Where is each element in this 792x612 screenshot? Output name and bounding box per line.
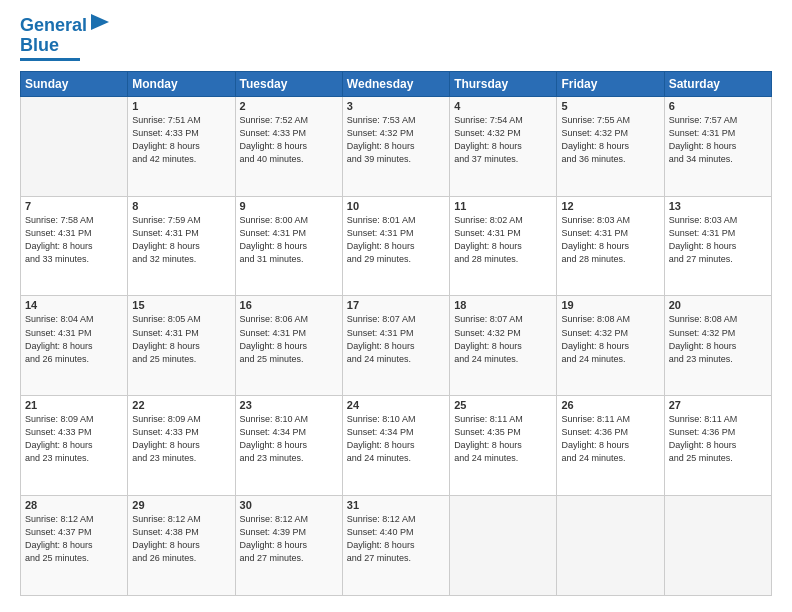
cell-info: Sunrise: 7:58 AMSunset: 4:31 PMDaylight:… — [25, 214, 123, 266]
day-number: 22 — [132, 399, 230, 411]
day-number: 23 — [240, 399, 338, 411]
calendar-cell: 3Sunrise: 7:53 AMSunset: 4:32 PMDaylight… — [342, 96, 449, 196]
cell-info: Sunrise: 8:09 AMSunset: 4:33 PMDaylight:… — [132, 413, 230, 465]
cell-info: Sunrise: 8:11 AMSunset: 4:36 PMDaylight:… — [561, 413, 659, 465]
day-number: 9 — [240, 200, 338, 212]
page: General Blue SundayMondayTuesdayWednesda… — [0, 0, 792, 612]
cell-info: Sunrise: 7:54 AMSunset: 4:32 PMDaylight:… — [454, 114, 552, 166]
day-number: 2 — [240, 100, 338, 112]
day-number: 3 — [347, 100, 445, 112]
day-number: 25 — [454, 399, 552, 411]
calendar-cell — [664, 496, 771, 596]
calendar-cell: 9Sunrise: 8:00 AMSunset: 4:31 PMDaylight… — [235, 196, 342, 296]
day-number: 24 — [347, 399, 445, 411]
calendar-cell: 20Sunrise: 8:08 AMSunset: 4:32 PMDayligh… — [664, 296, 771, 396]
calendar-cell: 10Sunrise: 8:01 AMSunset: 4:31 PMDayligh… — [342, 196, 449, 296]
calendar-cell — [21, 96, 128, 196]
cell-info: Sunrise: 8:11 AMSunset: 4:36 PMDaylight:… — [669, 413, 767, 465]
calendar-cell: 4Sunrise: 7:54 AMSunset: 4:32 PMDaylight… — [450, 96, 557, 196]
day-number: 1 — [132, 100, 230, 112]
calendar-cell: 24Sunrise: 8:10 AMSunset: 4:34 PMDayligh… — [342, 396, 449, 496]
cell-info: Sunrise: 8:03 AMSunset: 4:31 PMDaylight:… — [669, 214, 767, 266]
cell-info: Sunrise: 8:12 AMSunset: 4:40 PMDaylight:… — [347, 513, 445, 565]
header: General Blue — [20, 16, 772, 61]
calendar-cell: 8Sunrise: 7:59 AMSunset: 4:31 PMDaylight… — [128, 196, 235, 296]
calendar-table: SundayMondayTuesdayWednesdayThursdayFrid… — [20, 71, 772, 596]
calendar-cell: 29Sunrise: 8:12 AMSunset: 4:38 PMDayligh… — [128, 496, 235, 596]
cell-info: Sunrise: 8:03 AMSunset: 4:31 PMDaylight:… — [561, 214, 659, 266]
day-number: 10 — [347, 200, 445, 212]
col-header-tuesday: Tuesday — [235, 71, 342, 96]
logo: General Blue — [20, 16, 109, 61]
cell-info: Sunrise: 8:12 AMSunset: 4:38 PMDaylight:… — [132, 513, 230, 565]
calendar-cell: 15Sunrise: 8:05 AMSunset: 4:31 PMDayligh… — [128, 296, 235, 396]
col-header-friday: Friday — [557, 71, 664, 96]
calendar-week-row: 21Sunrise: 8:09 AMSunset: 4:33 PMDayligh… — [21, 396, 772, 496]
calendar-cell: 11Sunrise: 8:02 AMSunset: 4:31 PMDayligh… — [450, 196, 557, 296]
calendar-cell: 25Sunrise: 8:11 AMSunset: 4:35 PMDayligh… — [450, 396, 557, 496]
cell-info: Sunrise: 7:55 AMSunset: 4:32 PMDaylight:… — [561, 114, 659, 166]
calendar-cell: 6Sunrise: 7:57 AMSunset: 4:31 PMDaylight… — [664, 96, 771, 196]
day-number: 8 — [132, 200, 230, 212]
day-number: 4 — [454, 100, 552, 112]
day-number: 11 — [454, 200, 552, 212]
cell-info: Sunrise: 7:51 AMSunset: 4:33 PMDaylight:… — [132, 114, 230, 166]
cell-info: Sunrise: 8:08 AMSunset: 4:32 PMDaylight:… — [669, 313, 767, 365]
calendar-cell: 21Sunrise: 8:09 AMSunset: 4:33 PMDayligh… — [21, 396, 128, 496]
day-number: 7 — [25, 200, 123, 212]
day-number: 12 — [561, 200, 659, 212]
cell-info: Sunrise: 8:04 AMSunset: 4:31 PMDaylight:… — [25, 313, 123, 365]
calendar-cell: 13Sunrise: 8:03 AMSunset: 4:31 PMDayligh… — [664, 196, 771, 296]
calendar-cell: 5Sunrise: 7:55 AMSunset: 4:32 PMDaylight… — [557, 96, 664, 196]
day-number: 20 — [669, 299, 767, 311]
calendar-cell: 31Sunrise: 8:12 AMSunset: 4:40 PMDayligh… — [342, 496, 449, 596]
calendar-cell: 17Sunrise: 8:07 AMSunset: 4:31 PMDayligh… — [342, 296, 449, 396]
day-number: 19 — [561, 299, 659, 311]
cell-info: Sunrise: 8:06 AMSunset: 4:31 PMDaylight:… — [240, 313, 338, 365]
calendar-cell: 30Sunrise: 8:12 AMSunset: 4:39 PMDayligh… — [235, 496, 342, 596]
cell-info: Sunrise: 8:10 AMSunset: 4:34 PMDaylight:… — [240, 413, 338, 465]
cell-info: Sunrise: 8:01 AMSunset: 4:31 PMDaylight:… — [347, 214, 445, 266]
calendar-cell: 7Sunrise: 7:58 AMSunset: 4:31 PMDaylight… — [21, 196, 128, 296]
calendar-cell: 14Sunrise: 8:04 AMSunset: 4:31 PMDayligh… — [21, 296, 128, 396]
cell-info: Sunrise: 8:12 AMSunset: 4:37 PMDaylight:… — [25, 513, 123, 565]
day-number: 6 — [669, 100, 767, 112]
cell-info: Sunrise: 7:59 AMSunset: 4:31 PMDaylight:… — [132, 214, 230, 266]
col-header-wednesday: Wednesday — [342, 71, 449, 96]
calendar-cell: 26Sunrise: 8:11 AMSunset: 4:36 PMDayligh… — [557, 396, 664, 496]
day-number: 14 — [25, 299, 123, 311]
day-number: 16 — [240, 299, 338, 311]
calendar-cell: 27Sunrise: 8:11 AMSunset: 4:36 PMDayligh… — [664, 396, 771, 496]
calendar-week-row: 14Sunrise: 8:04 AMSunset: 4:31 PMDayligh… — [21, 296, 772, 396]
col-header-thursday: Thursday — [450, 71, 557, 96]
logo-text: General — [20, 16, 87, 36]
calendar-cell: 28Sunrise: 8:12 AMSunset: 4:37 PMDayligh… — [21, 496, 128, 596]
day-number: 31 — [347, 499, 445, 511]
day-number: 15 — [132, 299, 230, 311]
cell-info: Sunrise: 8:08 AMSunset: 4:32 PMDaylight:… — [561, 313, 659, 365]
calendar-week-row: 28Sunrise: 8:12 AMSunset: 4:37 PMDayligh… — [21, 496, 772, 596]
day-number: 18 — [454, 299, 552, 311]
cell-info: Sunrise: 7:57 AMSunset: 4:31 PMDaylight:… — [669, 114, 767, 166]
col-header-sunday: Sunday — [21, 71, 128, 96]
cell-info: Sunrise: 8:12 AMSunset: 4:39 PMDaylight:… — [240, 513, 338, 565]
logo-general: General — [20, 15, 87, 35]
col-header-saturday: Saturday — [664, 71, 771, 96]
col-header-monday: Monday — [128, 71, 235, 96]
day-number: 13 — [669, 200, 767, 212]
cell-info: Sunrise: 8:10 AMSunset: 4:34 PMDaylight:… — [347, 413, 445, 465]
day-number: 29 — [132, 499, 230, 511]
cell-info: Sunrise: 7:52 AMSunset: 4:33 PMDaylight:… — [240, 114, 338, 166]
logo-blue-text: Blue — [20, 36, 59, 56]
calendar-cell: 16Sunrise: 8:06 AMSunset: 4:31 PMDayligh… — [235, 296, 342, 396]
svg-marker-0 — [91, 14, 109, 30]
calendar-cell: 19Sunrise: 8:08 AMSunset: 4:32 PMDayligh… — [557, 296, 664, 396]
calendar-cell: 12Sunrise: 8:03 AMSunset: 4:31 PMDayligh… — [557, 196, 664, 296]
day-number: 17 — [347, 299, 445, 311]
day-number: 5 — [561, 100, 659, 112]
cell-info: Sunrise: 8:07 AMSunset: 4:31 PMDaylight:… — [347, 313, 445, 365]
cell-info: Sunrise: 8:00 AMSunset: 4:31 PMDaylight:… — [240, 214, 338, 266]
calendar-cell — [557, 496, 664, 596]
day-number: 28 — [25, 499, 123, 511]
calendar-cell: 2Sunrise: 7:52 AMSunset: 4:33 PMDaylight… — [235, 96, 342, 196]
